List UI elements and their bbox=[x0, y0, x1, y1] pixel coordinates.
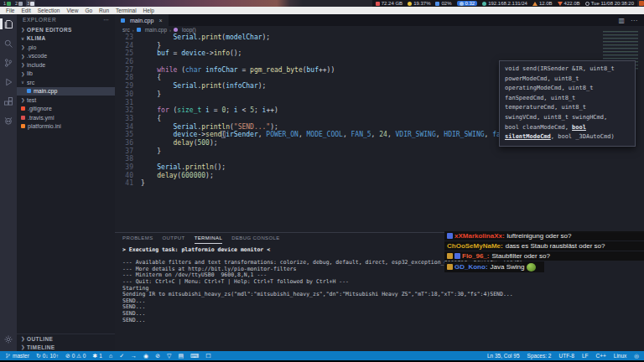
split-editor-icon[interactable]: ▥ bbox=[618, 17, 625, 24]
token: modelChar bbox=[226, 34, 262, 41]
tree-item-.gitignore[interactable]: .gitignore bbox=[17, 105, 115, 114]
timeline-section[interactable]: ❯ TIMELINE bbox=[17, 343, 115, 351]
token: VDIR_SWING bbox=[396, 131, 436, 138]
tab-main-cpp[interactable]: main.cpp × bbox=[115, 14, 169, 26]
status-linux[interactable]: Linux bbox=[614, 353, 627, 359]
code-line: 37 } bbox=[115, 147, 644, 156]
token: device bbox=[174, 131, 198, 138]
workspace-root[interactable]: ∨ KLIMA bbox=[17, 34, 115, 44]
status-label: master bbox=[13, 353, 29, 359]
token bbox=[141, 131, 174, 138]
stat-value: 12.0B bbox=[539, 1, 553, 6]
indicator[interactable]: ✱1 bbox=[92, 353, 102, 359]
line-number: 37 bbox=[115, 147, 133, 156]
upload-icon[interactable]: → bbox=[131, 353, 137, 359]
panel-tab-problems[interactable]: PROBLEMS bbox=[122, 235, 153, 244]
mod-badge bbox=[447, 233, 453, 239]
status-label: 1 bbox=[99, 353, 102, 359]
status-spaces-2[interactable]: Spaces: 2 bbox=[527, 353, 552, 359]
explorer-sidebar: EXPLORER ⋯ ❯ OPEN EDITORS ∨ KLIMA ❯.pio❯… bbox=[17, 14, 115, 351]
chat-username: xXMarkolinaXx: bbox=[454, 232, 505, 240]
panel-tab-output[interactable]: OUTPUT bbox=[163, 235, 185, 244]
menu-edit[interactable]: Edit bbox=[18, 8, 34, 13]
code-line-content: } bbox=[133, 42, 161, 50]
breadcrumb-file[interactable]: main.cpp bbox=[145, 27, 167, 33]
problems-status[interactable]: ⊘0 ⚠ 0 bbox=[65, 353, 86, 359]
workspace-button-3[interactable]: 3 bbox=[26, 0, 35, 7]
source-control-icon[interactable] bbox=[3, 57, 14, 68]
build-icon[interactable]: ✓ bbox=[119, 353, 124, 359]
tree-item-.pio[interactable]: ❯.pio bbox=[17, 43, 115, 52]
menu-file[interactable]: File bbox=[3, 8, 18, 13]
code-line-content bbox=[133, 58, 141, 66]
tree-item-label: .pio bbox=[27, 44, 36, 50]
tree-item-platformio.ini[interactable]: platformio.ini bbox=[17, 122, 115, 132]
chat-username: GD_Kono: bbox=[454, 263, 488, 271]
workspace-number: 1 bbox=[3, 1, 6, 6]
ini-file-icon bbox=[21, 124, 25, 128]
workspace-button-2[interactable]: 2 bbox=[14, 0, 23, 7]
test-icon[interactable]: ▽ bbox=[167, 353, 171, 359]
token: , bbox=[258, 131, 267, 138]
status-ln-35-col-95[interactable]: Ln 35, Col 95 bbox=[487, 353, 520, 359]
tree-item-.vscode[interactable]: ❯.vscode bbox=[17, 52, 115, 61]
menu-help[interactable]: Help bbox=[140, 8, 158, 13]
status-lf[interactable]: LF bbox=[582, 353, 589, 359]
breadcrumb-symbol[interactable]: loop() bbox=[182, 27, 196, 33]
token: println bbox=[185, 163, 214, 171]
open-editors-section[interactable]: ❯ OPEN EDITORS bbox=[17, 25, 115, 34]
stat-value: 192.168.2.131/24 bbox=[488, 1, 527, 6]
extensions-icon[interactable] bbox=[3, 96, 14, 106]
menu-go[interactable]: Go bbox=[81, 8, 96, 13]
token: Serial bbox=[157, 163, 181, 171]
tree-item-test[interactable]: ❯test bbox=[17, 96, 115, 105]
stat-value: 0.32 bbox=[465, 1, 475, 6]
panel-tab-terminal[interactable]: TERMINAL bbox=[195, 235, 223, 244]
platformio-icon[interactable] bbox=[3, 115, 14, 126]
token: (); bbox=[230, 49, 242, 57]
token: ; bbox=[254, 106, 262, 114]
breadcrumb-src[interactable]: src bbox=[122, 27, 130, 33]
menu-view[interactable]: View bbox=[63, 8, 81, 13]
gear-icon[interactable] bbox=[3, 334, 14, 344]
tree-item-src[interactable]: ∨src bbox=[17, 78, 115, 87]
token: info bbox=[214, 49, 230, 57]
menu-terminal[interactable]: Terminal bbox=[112, 8, 140, 13]
git-branch[interactable]: master bbox=[5, 353, 29, 359]
tree-item-label: .travis.yml bbox=[28, 115, 55, 121]
tab-label: main.cpp bbox=[130, 18, 153, 23]
brackets-icon[interactable]: ☐ bbox=[205, 353, 210, 359]
tooltip-text: temperatureCmd, uint8_t bbox=[505, 104, 586, 111]
tree-item-include[interactable]: ❯include bbox=[17, 60, 115, 70]
menu-run[interactable]: Run bbox=[96, 8, 112, 13]
panel-tab-debug-console[interactable]: DEBUG CONSOLE bbox=[231, 235, 280, 244]
tree-item-label: .vscode bbox=[27, 53, 47, 59]
workspace-button-1[interactable]: 1 bbox=[3, 0, 12, 7]
stat-value: 02% bbox=[441, 1, 451, 6]
serial-monitor-icon[interactable]: ⌨ bbox=[190, 353, 199, 359]
tree-item-.travis.yml[interactable]: .travis.yml bbox=[17, 113, 115, 122]
run-debug-icon[interactable] bbox=[3, 76, 14, 87]
serial-monitor-icon: ⌨ bbox=[190, 353, 199, 359]
close-tab-icon[interactable]: × bbox=[158, 18, 162, 23]
more-actions-icon[interactable]: ⋯ bbox=[631, 17, 637, 24]
status-utf-8[interactable]: UTF-8 bbox=[558, 353, 574, 359]
menu-selection[interactable]: Selection bbox=[34, 8, 64, 13]
tray-app-icon[interactable] bbox=[639, 1, 644, 6]
explorer-more-icon[interactable]: ⋯ bbox=[103, 17, 109, 23]
home-icon[interactable]: ⌂ bbox=[109, 353, 112, 359]
terminal-icon[interactable]: ▤ bbox=[178, 353, 184, 359]
search-icon[interactable] bbox=[3, 38, 14, 49]
build-icon: ✓ bbox=[119, 353, 124, 359]
outline-section[interactable]: ❯ OUTLINE bbox=[17, 334, 115, 343]
tree-item-lib[interactable]: ❯lib bbox=[17, 70, 115, 79]
explorer-icon[interactable] bbox=[3, 18, 14, 29]
token bbox=[141, 123, 174, 131]
status-c-[interactable]: C++ bbox=[595, 353, 605, 359]
sync-status[interactable]: ↻0↓ 10↑ bbox=[36, 353, 59, 359]
tree-item-main.cpp[interactable]: main.cpp bbox=[17, 87, 115, 96]
bell-icon[interactable]: ◎ bbox=[634, 353, 639, 359]
monitor-eye-icon[interactable]: ◉ bbox=[143, 353, 148, 359]
clean-icon[interactable]: ⊘ bbox=[155, 353, 160, 359]
download-rate-icon bbox=[558, 2, 563, 6]
